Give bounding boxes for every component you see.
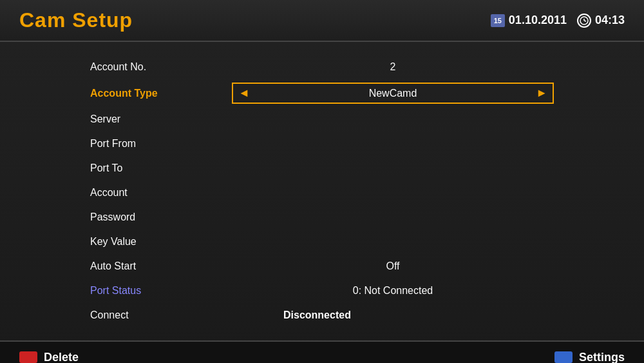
arrow-right-icon[interactable]: ►	[536, 86, 547, 100]
auto-start-row[interactable]: Auto Start Off	[90, 254, 554, 279]
footer-settings[interactable]: Settings	[554, 351, 625, 364]
screen: Cam Setup 15 01.10.2011 04:13 Ac	[0, 0, 644, 363]
account-no-label: Account No.	[90, 61, 232, 73]
account-no-value: 2	[232, 61, 554, 73]
account-type-selector[interactable]: ◄ NewCamd ►	[232, 83, 554, 104]
delete-label[interactable]: Delete	[44, 351, 79, 364]
account-label: Account	[90, 187, 232, 199]
footer: Delete Settings	[0, 340, 644, 363]
password-row[interactable]: Password	[90, 205, 554, 230]
account-row[interactable]: Account	[90, 181, 554, 205]
time-display: 04:13	[577, 14, 625, 28]
key-value-label: Key Value	[90, 236, 232, 248]
header: Cam Setup 15 01.10.2011 04:13	[0, 0, 644, 42]
auto-start-value: Off	[232, 260, 554, 272]
date-value: 01.10.2011	[509, 14, 567, 27]
password-label: Password	[90, 211, 232, 223]
port-from-label: Port From	[90, 138, 232, 150]
account-type-row[interactable]: Account Type ◄ NewCamd ►	[90, 79, 554, 107]
port-status-row: Port Status 0: Not Connected	[90, 279, 554, 303]
account-no-row: Account No. 2	[90, 55, 554, 79]
account-type-label: Account Type	[90, 88, 232, 99]
settings-button-icon[interactable]	[554, 351, 573, 363]
connect-label: Connect	[90, 309, 232, 321]
connect-value: Disconnected	[232, 309, 554, 321]
svg-line-2	[584, 21, 586, 21]
arrow-left-icon[interactable]: ◄	[238, 86, 250, 100]
menu-content: Account No. 2 Account Type ◄ NewCamd ► S…	[0, 42, 644, 340]
port-to-row[interactable]: Port To	[90, 156, 554, 181]
port-status-label: Port Status	[90, 285, 232, 297]
connect-row[interactable]: Connect Disconnected	[90, 303, 554, 328]
account-type-value: NewCamd	[250, 88, 536, 99]
delete-button-icon[interactable]	[19, 351, 37, 363]
settings-label[interactable]: Settings	[579, 351, 625, 364]
page-title: Cam Setup	[19, 8, 133, 32]
server-row[interactable]: Server	[90, 107, 554, 132]
date-icon: 15	[491, 14, 505, 27]
port-status-value: 0: Not Connected	[232, 285, 554, 297]
clock-icon	[577, 14, 591, 28]
datetime-area: 15 01.10.2011 04:13	[491, 14, 625, 28]
server-label: Server	[90, 113, 232, 125]
auto-start-label: Auto Start	[90, 260, 232, 272]
date-display: 15 01.10.2011	[491, 14, 567, 27]
footer-delete[interactable]: Delete	[19, 351, 79, 364]
key-value-row[interactable]: Key Value	[90, 230, 554, 254]
time-value: 04:13	[595, 14, 625, 27]
port-from-row[interactable]: Port From	[90, 132, 554, 156]
port-to-label: Port To	[90, 162, 232, 174]
